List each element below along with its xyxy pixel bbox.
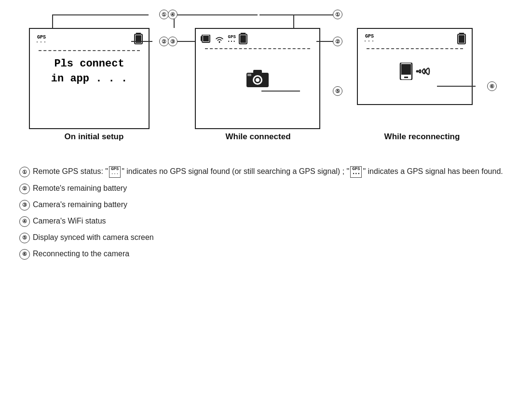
svg-rect-9 [240,35,246,43]
legend-text-1: Remote GPS status: "GPS···" indicates no… [33,166,503,178]
legend-item-6: ⑥ Reconnecting to the camera [19,248,513,260]
legend-text-3: Camera's remaining battery [33,199,127,211]
battery-icon-initial [134,33,143,47]
screen-reconnecting: GPS ··· [357,28,473,105]
reconnect-icon-area [358,52,472,91]
svg-point-13 [256,78,259,82]
callout-3: ③ [168,37,177,46]
diagram-connected: GPS ▪▪▪ [183,14,333,142]
svg-rect-5 [203,36,209,41]
gps-found-icon: GPS ▪▪▪ [228,35,236,43]
remote-battery-connected [239,33,247,45]
legend-item-1: ① Remote GPS status: "GPS···" indicates … [19,166,513,178]
callout-1-vline-initial [52,14,53,28]
screen-initial: GPS ··· Pls connec [29,28,150,129]
callout-2: ② [159,37,169,46]
pls-connect-text: Pls connect in app . . . [30,57,149,87]
callout-1-hline-connected [259,14,337,15]
dashed-separator-connected [205,48,310,49]
caption-reconnecting: While reconnecting [384,132,460,142]
legend-num-5: ⑤ [19,233,30,243]
gps-no-signal-inline: GPS··· [109,166,121,178]
legend-item-4: ④ Camera's WiFi status [19,215,513,227]
svg-point-6 [219,41,220,43]
svg-rect-15 [247,74,251,76]
diagram-reconnecting-wrapper: GPS ··· [347,14,497,130]
callout-1-connected: ① [333,10,342,19]
gps-reconnect-icon: GPS ··· [364,34,375,44]
callout-4-hline [174,14,258,15]
legend-num-4: ④ [19,216,30,227]
svg-rect-20 [401,64,411,75]
dashed-separator-initial [39,50,139,51]
wifi-icon [214,35,225,43]
legend-item-2: ② Remote's remaining battery [19,183,513,194]
svg-rect-18 [459,35,464,43]
diagram-reconnecting: GPS ··· [357,14,487,142]
legend-num-2: ② [19,184,30,194]
device-icon [399,63,413,80]
caption-initial: On initial setup [65,132,124,142]
callout-1-vline-connected [293,14,294,28]
screen-connected: GPS ▪▪▪ [195,28,320,129]
dashed-separator-reconnect [367,48,464,49]
camera-preview-area [196,52,319,105]
legend-num-3: ③ [19,200,30,211]
callout-1-initial: ① [159,10,169,19]
legends-section: ① Remote GPS status: "GPS···" indicates … [19,161,513,260]
camera-battery-icon [201,35,211,43]
callout-5: ⑤ [333,86,342,96]
callout-2-connected: ② [333,37,342,46]
callout-1-hline-initial [52,14,149,15]
legend-text-5: Display synced with camera screen [33,232,154,243]
gps-signal-found-inline: GPS▪▪▪ [350,166,362,178]
legend-num-1: ① [19,167,30,177]
svg-rect-22 [404,77,408,78]
legend-num-6: ⑥ [19,249,30,260]
legend-text-2: Remote's remaining battery [33,183,127,194]
gps-searching-icon: GPS ··· [36,35,47,45]
camera-preview-icon [246,69,270,88]
svg-rect-14 [253,70,262,74]
diagrams-row: GPS ··· Pls connec [19,14,513,142]
diagram-connected-wrapper: GPS ▪▪▪ [174,14,342,130]
diagram-initial-wrapper: GPS ··· Pls connec [19,14,169,130]
callout-6: ⑥ [487,81,497,91]
callout-6-hline [437,86,476,87]
broadcast-icon [416,63,430,80]
callout-2-hline [131,41,152,42]
legend-item-5: ⑤ Display synced with camera screen [19,232,513,243]
callout-4: ④ [168,10,177,19]
legend-item-3: ③ Camera's remaining battery [19,199,513,211]
legend-text-6: Reconnecting to the camera [33,248,129,260]
legend-text-4: Camera's WiFi status [33,215,106,227]
svg-rect-2 [136,35,141,43]
caption-connected: While connected [225,132,290,142]
svg-point-23 [416,70,419,73]
callout-5-hline [261,91,300,92]
remote-battery-reconnect [457,33,466,45]
diagram-initial: GPS ··· Pls connec [19,14,169,142]
